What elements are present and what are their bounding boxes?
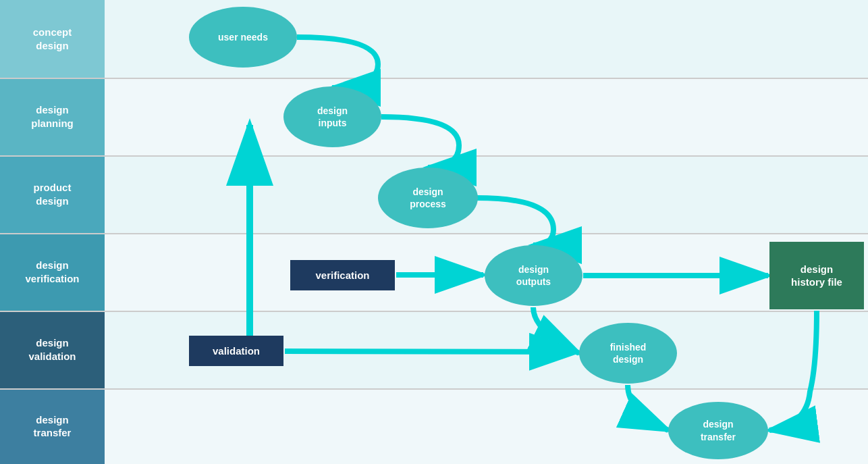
user-needs-node: user needs (189, 7, 297, 68)
diagram-container: conceptdesign designplanning productdesi… (0, 0, 868, 464)
lane-label-product-design: productdesign (0, 155, 105, 233)
lane-content-3 (105, 155, 868, 233)
lane-design-verification: designverification (0, 233, 868, 311)
lane-label-design-planning: designplanning (0, 78, 105, 155)
divider-5 (0, 388, 868, 390)
lane-content-2 (105, 78, 868, 155)
lane-design-planning: designplanning (0, 78, 868, 155)
design-outputs-node: designoutputs (485, 245, 582, 306)
verification-node: verification (290, 260, 395, 290)
lane-label-concept-design: conceptdesign (0, 0, 105, 78)
design-process-node: designprocess (378, 167, 478, 228)
design-transfer-node: designtransfer (668, 402, 768, 459)
divider-3 (0, 233, 868, 234)
finished-design-node: finisheddesign (579, 323, 677, 384)
lane-label-design-transfer: designtransfer (0, 388, 105, 464)
lane-concept-design: conceptdesign (0, 0, 868, 78)
design-inputs-node: designinputs (283, 86, 381, 147)
lane-label-design-verification: designverification (0, 233, 105, 311)
design-history-file-node: designhistory file (769, 242, 864, 309)
lane-design-validation: designvalidation (0, 311, 868, 388)
lane-label-design-validation: designvalidation (0, 311, 105, 388)
divider-4 (0, 311, 868, 312)
divider-1 (0, 78, 868, 79)
validation-node: validation (189, 336, 283, 366)
divider-2 (0, 155, 868, 157)
